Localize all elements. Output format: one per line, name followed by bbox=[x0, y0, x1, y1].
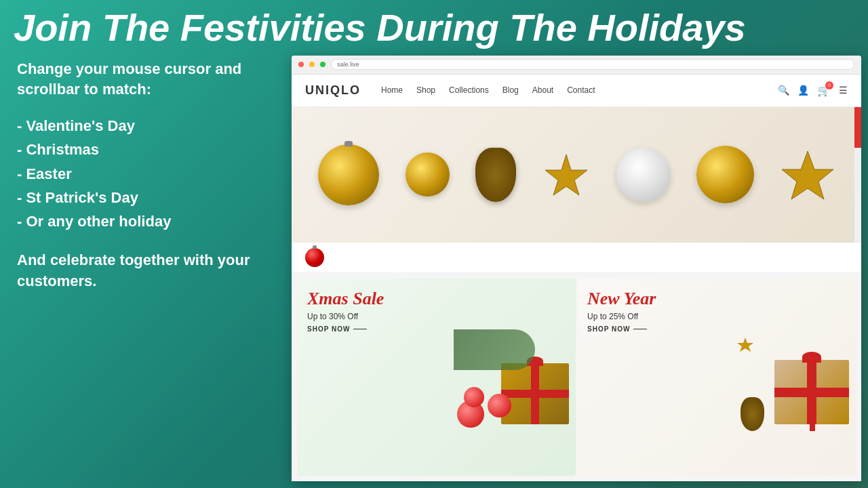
page-title: Join The Festivities During The Holidays bbox=[0, 0, 868, 52]
nav-about[interactable]: About bbox=[532, 85, 553, 95]
gold-ornament-right bbox=[696, 146, 754, 203]
newyear-sale-card: New Year Up to 25% Off SHOP NOW bbox=[577, 279, 856, 476]
nav-bar: UNIQLO Home Shop Collections Blog About … bbox=[292, 75, 861, 107]
nav-icons: 🔍 👤 🛒 0 ☰ bbox=[778, 84, 848, 97]
newyear-sale-subtitle: Up to 25% Off bbox=[587, 312, 656, 321]
scrollbar[interactable] bbox=[854, 107, 861, 243]
holiday-item-christmas: - Christmas bbox=[17, 138, 268, 161]
newyear-shop-now-button[interactable]: SHOP NOW bbox=[587, 325, 656, 333]
browser-close-button[interactable] bbox=[298, 62, 304, 67]
holiday-item-other: - Or any other holiday bbox=[17, 209, 268, 233]
nav-home[interactable]: Home bbox=[381, 85, 403, 95]
shop-now-line bbox=[353, 329, 367, 329]
newyear-sale-title: New Year bbox=[587, 289, 656, 309]
svg-marker-0 bbox=[545, 155, 587, 195]
browser-minimize-button[interactable] bbox=[309, 62, 315, 67]
holiday-item-valentines: - Valentine's Day bbox=[17, 114, 268, 138]
gold-ornament-large bbox=[318, 144, 379, 205]
search-icon[interactable]: 🔍 bbox=[778, 85, 789, 96]
nav-links: Home Shop Collections Blog About Contact bbox=[381, 85, 764, 95]
logo: UNIQLO bbox=[305, 83, 361, 98]
cart-badge: 0 bbox=[825, 81, 833, 89]
hero-section bbox=[292, 107, 861, 243]
nav-collections[interactable]: Collections bbox=[449, 85, 489, 95]
svg-marker-2 bbox=[737, 338, 753, 352]
xmas-shop-now-button[interactable]: SHOP NOW bbox=[307, 325, 384, 333]
hero-ornaments bbox=[292, 107, 861, 243]
icon-row bbox=[292, 243, 861, 273]
star-decoration bbox=[542, 151, 590, 199]
browser-mockup: sale.live UNIQLO Home Shop Collections B… bbox=[292, 56, 861, 481]
gold-ornament-medium bbox=[406, 152, 450, 197]
closing-text: And celebrate together with your custome… bbox=[17, 250, 268, 292]
cart-icon[interactable]: 🛒 0 bbox=[817, 84, 831, 97]
newyear-card-text: New Year Up to 25% Off SHOP NOW bbox=[587, 289, 656, 333]
newyear-shop-now-line bbox=[633, 329, 647, 329]
xmas-sale-subtitle: Up to 30% Off bbox=[307, 312, 384, 321]
xmas-shop-now-label: SHOP NOW bbox=[307, 325, 350, 333]
address-bar-row: sale.live bbox=[292, 56, 861, 75]
browser-maximize-button[interactable] bbox=[320, 62, 326, 67]
sale-cards-section: Xmas Sale Up to 30% Off SHOP NOW bbox=[292, 273, 861, 481]
svg-marker-1 bbox=[782, 151, 833, 199]
xmas-gift-decoration bbox=[440, 279, 576, 476]
user-icon[interactable]: 👤 bbox=[797, 85, 809, 96]
pinecone-decoration bbox=[475, 148, 516, 202]
white-ornament bbox=[616, 148, 671, 202]
holiday-item-easter: - Easter bbox=[17, 162, 268, 186]
christmas-ball-icon bbox=[305, 248, 324, 267]
scrollbar-thumb[interactable] bbox=[854, 107, 861, 148]
address-bar[interactable]: sale.live bbox=[331, 59, 854, 70]
nav-contact[interactable]: Contact bbox=[567, 85, 595, 95]
description-text: Change your mouse cursor and scrollbar t… bbox=[17, 59, 268, 101]
newyear-shop-now-label: SHOP NOW bbox=[587, 325, 630, 333]
address-text: sale.live bbox=[337, 61, 359, 68]
xmas-sale-card: Xmas Sale Up to 30% Off SHOP NOW bbox=[297, 279, 576, 476]
xmas-card-text: Xmas Sale Up to 30% Off SHOP NOW bbox=[307, 289, 384, 333]
menu-icon[interactable]: ☰ bbox=[839, 85, 848, 96]
holiday-item-stpatrick: - St Patrick's Day bbox=[17, 186, 268, 209]
holiday-list: - Valentine's Day - Christmas - Easter -… bbox=[17, 114, 268, 233]
nav-shop[interactable]: Shop bbox=[416, 85, 435, 95]
left-panel: Change your mouse cursor and scrollbar t… bbox=[7, 52, 278, 481]
star-decoration-right bbox=[781, 148, 835, 202]
xmas-sale-title: Xmas Sale bbox=[307, 289, 384, 309]
nav-blog[interactable]: Blog bbox=[502, 85, 519, 95]
